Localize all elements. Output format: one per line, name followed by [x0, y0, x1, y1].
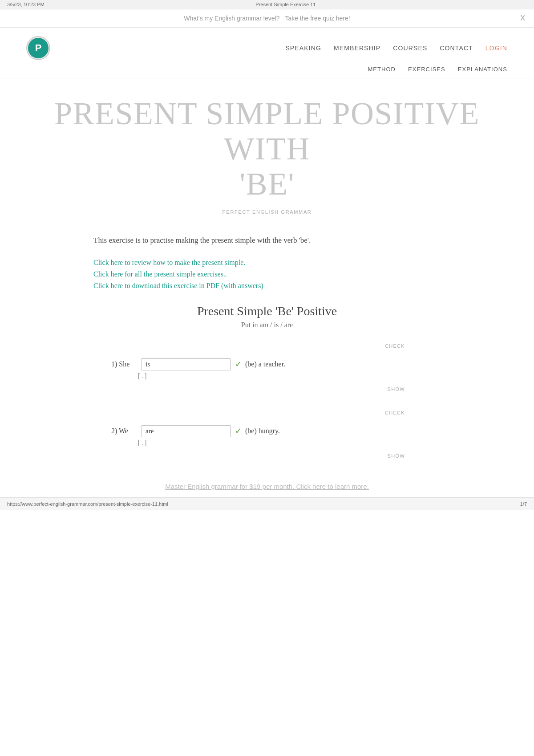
nav-contact[interactable]: CONTACT: [440, 45, 473, 52]
banner-cta-link[interactable]: Take the free quiz here!: [285, 15, 350, 22]
footer-cta-link[interactable]: Master English grammar for $19 per month…: [165, 483, 369, 490]
sub-nav: METHOD EXERCISES EXPLANATIONS: [0, 64, 534, 78]
exercise-item-1: 1) She ✓ (be) a teacher. [ . ]: [111, 351, 423, 383]
exercise-subtitle: Put in am / is / are: [93, 321, 441, 329]
feedback-1: [ . ]: [138, 372, 423, 379]
top-banner: What's my English grammar level? Take th…: [0, 9, 534, 28]
link-list: Click here to review how to make the pre…: [93, 259, 441, 290]
divider-1: [111, 401, 423, 401]
nav-courses[interactable]: COURSES: [393, 45, 427, 52]
subnav-explanations[interactable]: EXPLANATIONS: [458, 66, 507, 73]
subnav-exercises[interactable]: EXERCISES: [408, 66, 445, 73]
page-attribution: PERFECT ENGLISH GRAMMAR: [27, 209, 507, 215]
exercise-input-1[interactable]: [142, 358, 231, 370]
exercise-item-2: 2) We ✓ (be) hungry. [ . ]: [111, 418, 423, 450]
footer-banner: Master English grammar for $19 per month…: [0, 469, 534, 497]
banner-question: What's my English grammar level?: [184, 15, 279, 22]
banner-close-button[interactable]: X: [520, 14, 525, 22]
bottom-page-count: 1/7: [520, 501, 527, 507]
exercise-rest-2: (be) hungry.: [245, 427, 280, 435]
nav-speaking[interactable]: SPEAKING: [285, 45, 321, 52]
intro-text: This exercise is to practise making the …: [93, 234, 441, 246]
nav-membership[interactable]: MEMBERSHIP: [334, 45, 380, 52]
check-text-1: CHECK: [385, 343, 405, 349]
check-label-1: CHECK: [111, 343, 423, 349]
exercise-number-1: 1) She: [111, 360, 138, 368]
exercise-rest-1: (be) a teacher.: [245, 360, 285, 368]
link-pdf[interactable]: Click here to download this exercise in …: [93, 282, 441, 290]
page-title: PRESENT SIMPLE POSITIVE WITH 'BE': [27, 96, 507, 202]
link-exercises[interactable]: Click here for all the present simple ex…: [93, 270, 441, 278]
exercise-row-1: 1) She ✓ (be) a teacher.: [111, 358, 423, 370]
bottom-bar: https://www.perfect-english-grammar.com/…: [0, 497, 534, 510]
link-review[interactable]: Click here to review how to make the pre…: [93, 259, 441, 267]
main-nav: SPEAKING MEMBERSHIP COURSES CONTACT LOGI…: [285, 45, 507, 52]
exercise-input-2[interactable]: [142, 425, 231, 437]
exercise-row-2: 2) We ✓ (be) hungry.: [111, 425, 423, 437]
browser-page-title: Present Simple Exercise 11: [255, 2, 316, 7]
nav-login[interactable]: LOGIN: [485, 45, 507, 52]
feedback-2: [ . ]: [138, 439, 423, 446]
exercise-section: Present Simple 'Be' Positive Put in am /…: [93, 304, 441, 329]
exercise-container: CHECK 1) She ✓ (be) a teacher. [ . ] SHO…: [93, 343, 441, 459]
bottom-url: https://www.perfect-english-grammar.com/…: [7, 501, 168, 507]
show-text-2: SHOW: [388, 453, 405, 459]
check-icon-2: ✓: [235, 426, 242, 436]
check-label-2: CHECK: [111, 410, 423, 415]
logo-letter: P: [35, 42, 42, 54]
logo-circle: P: [27, 37, 50, 60]
exercise-number-2: 2) We: [111, 427, 138, 435]
show-text-1: SHOW: [388, 386, 405, 392]
exercise-title: Present Simple 'Be' Positive: [93, 304, 441, 318]
content-area: This exercise is to practise making the …: [67, 224, 467, 469]
header: P SPEAKING MEMBERSHIP COURSES CONTACT LO…: [0, 28, 534, 64]
show-label-2[interactable]: SHOW: [111, 453, 423, 459]
subnav-method[interactable]: METHOD: [368, 66, 396, 73]
page-title-line2: 'BE': [239, 166, 295, 202]
logo[interactable]: P: [27, 37, 50, 60]
check-text-2: CHECK: [385, 410, 405, 415]
show-label-1[interactable]: SHOW: [111, 386, 423, 392]
browser-timestamp: 3/5/23, 10:23 PM: [7, 2, 44, 7]
page-title-line1: PRESENT SIMPLE POSITIVE WITH: [54, 96, 480, 167]
browser-bar: 3/5/23, 10:23 PM Present Simple Exercise…: [0, 0, 534, 9]
check-icon-1: ✓: [235, 359, 242, 369]
page-title-area: PRESENT SIMPLE POSITIVE WITH 'BE' PERFEC…: [0, 78, 534, 224]
